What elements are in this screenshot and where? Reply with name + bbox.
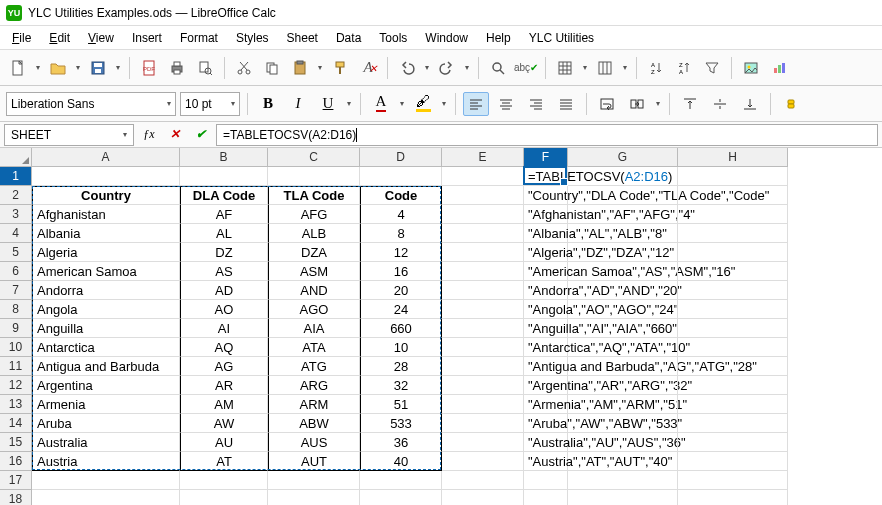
cell[interactable] xyxy=(442,186,524,205)
cell[interactable] xyxy=(442,471,524,490)
col-header-G[interactable]: G xyxy=(568,148,678,167)
paste-button[interactable] xyxy=(288,56,312,80)
col-header-H[interactable]: H xyxy=(678,148,788,167)
menu-tools[interactable]: Tools xyxy=(371,28,415,48)
cell[interactable]: TLA Code xyxy=(268,186,360,205)
cell[interactable]: 51 xyxy=(360,395,442,414)
cell[interactable] xyxy=(568,471,678,490)
underline-dropdown[interactable]: ▾ xyxy=(345,99,353,108)
menu-data[interactable]: Data xyxy=(328,28,369,48)
cell[interactable] xyxy=(678,319,788,338)
cell[interactable]: =TABLETOCSV(A2:D16) xyxy=(524,167,568,186)
cell[interactable] xyxy=(32,490,180,505)
cell[interactable]: "Austria","AT","AUT","40" xyxy=(524,452,568,471)
row-headers[interactable]: 123456789101112131415161718 xyxy=(0,167,32,505)
cell[interactable] xyxy=(442,262,524,281)
cell[interactable] xyxy=(360,490,442,505)
row-header-17[interactable]: 17 xyxy=(0,471,32,490)
cell[interactable]: ATA xyxy=(268,338,360,357)
menu-view[interactable]: View xyxy=(80,28,122,48)
cell[interactable]: DZ xyxy=(180,243,268,262)
open-dropdown[interactable]: ▾ xyxy=(74,63,82,72)
cell[interactable]: AM xyxy=(180,395,268,414)
cell[interactable]: AUS xyxy=(268,433,360,452)
cell[interactable] xyxy=(568,300,678,319)
cell[interactable] xyxy=(568,167,678,186)
new-dropdown[interactable]: ▾ xyxy=(34,63,42,72)
valign-top-button[interactable] xyxy=(677,92,703,116)
cell[interactable]: Argentina xyxy=(32,376,180,395)
row-header-14[interactable]: 14 xyxy=(0,414,32,433)
highlight-button[interactable]: 🖋 xyxy=(410,92,436,116)
justify-button[interactable] xyxy=(553,92,579,116)
cell[interactable]: "Australia","AU","AUS","36" xyxy=(524,433,568,452)
cell[interactable]: Andorra xyxy=(32,281,180,300)
bold-button[interactable]: B xyxy=(255,92,281,116)
copy-button[interactable] xyxy=(260,56,284,80)
spreadsheet-grid[interactable]: 123456789101112131415161718 ABCDEFGH =TA… xyxy=(0,148,882,505)
cell[interactable]: "Angola","AO","AGO","24" xyxy=(524,300,568,319)
cell[interactable]: AS xyxy=(180,262,268,281)
undo-button[interactable] xyxy=(395,56,419,80)
col-header-A[interactable]: A xyxy=(32,148,180,167)
cell[interactable]: Australia xyxy=(32,433,180,452)
align-center-button[interactable] xyxy=(493,92,519,116)
row-header-12[interactable]: 12 xyxy=(0,376,32,395)
save-button[interactable] xyxy=(86,56,110,80)
row-header-6[interactable]: 6 xyxy=(0,262,32,281)
cell[interactable]: Algeria xyxy=(32,243,180,262)
cell[interactable]: ATG xyxy=(268,357,360,376)
cell[interactable]: Angola xyxy=(32,300,180,319)
col-ops-dropdown[interactable]: ▾ xyxy=(621,63,629,72)
paste-dropdown[interactable]: ▾ xyxy=(316,63,324,72)
cell[interactable] xyxy=(568,224,678,243)
save-dropdown[interactable]: ▾ xyxy=(114,63,122,72)
cell[interactable] xyxy=(568,205,678,224)
cell[interactable] xyxy=(442,357,524,376)
menu-format[interactable]: Format xyxy=(172,28,226,48)
cells-area[interactable]: =TABLETOCSV(A2:D16)CountryDLA CodeTLA Co… xyxy=(32,167,882,505)
cell[interactable] xyxy=(180,490,268,505)
cell[interactable]: "American Samoa","AS","ASM","16" xyxy=(524,262,568,281)
cell[interactable] xyxy=(442,433,524,452)
row-header-5[interactable]: 5 xyxy=(0,243,32,262)
italic-button[interactable]: I xyxy=(285,92,311,116)
underline-button[interactable]: U xyxy=(315,92,341,116)
align-left-button[interactable] xyxy=(463,92,489,116)
cell[interactable]: "Antigua and Barbuda","AG","ATG","28" xyxy=(524,357,568,376)
cell[interactable] xyxy=(678,376,788,395)
cut-button[interactable] xyxy=(232,56,256,80)
row-header-7[interactable]: 7 xyxy=(0,281,32,300)
cell[interactable] xyxy=(268,490,360,505)
cell[interactable] xyxy=(678,281,788,300)
row-header-9[interactable]: 9 xyxy=(0,319,32,338)
cell[interactable]: DZA xyxy=(268,243,360,262)
row-header-11[interactable]: 11 xyxy=(0,357,32,376)
menu-file[interactable]: File xyxy=(4,28,39,48)
cell[interactable] xyxy=(678,186,788,205)
row-header-10[interactable]: 10 xyxy=(0,338,32,357)
cell[interactable]: Austria xyxy=(32,452,180,471)
cell[interactable]: "Argentina","AR","ARG","32" xyxy=(524,376,568,395)
cell[interactable] xyxy=(568,338,678,357)
cell[interactable]: AGO xyxy=(268,300,360,319)
currency-button[interactable] xyxy=(778,92,804,116)
menu-insert[interactable]: Insert xyxy=(124,28,170,48)
cell[interactable] xyxy=(568,414,678,433)
cancel-button[interactable]: ✕ xyxy=(164,124,186,146)
name-box[interactable]: SHEET ▾ xyxy=(4,124,134,146)
cell[interactable] xyxy=(678,414,788,433)
autofilter-button[interactable] xyxy=(700,56,724,80)
row-ops-button[interactable] xyxy=(553,56,577,80)
menu-sheet[interactable]: Sheet xyxy=(279,28,326,48)
cell[interactable] xyxy=(568,281,678,300)
cell[interactable] xyxy=(678,433,788,452)
cell[interactable] xyxy=(568,376,678,395)
col-header-E[interactable]: E xyxy=(442,148,524,167)
redo-button[interactable] xyxy=(435,56,459,80)
cell[interactable] xyxy=(442,205,524,224)
formula-input[interactable]: =TABLETOCSV(A2:D16) xyxy=(216,124,878,146)
cell[interactable]: AU xyxy=(180,433,268,452)
row-header-4[interactable]: 4 xyxy=(0,224,32,243)
cell[interactable] xyxy=(678,262,788,281)
